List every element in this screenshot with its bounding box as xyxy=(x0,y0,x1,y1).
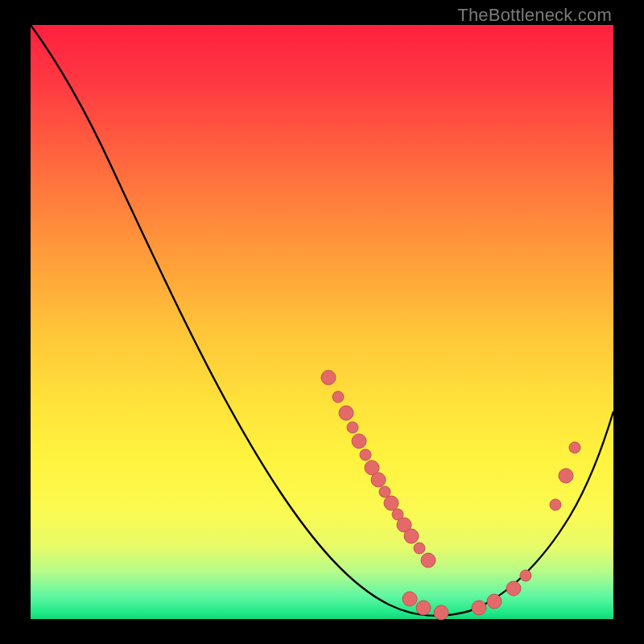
curve-dot xyxy=(404,529,419,543)
curve-dot xyxy=(550,499,561,510)
curve-dot xyxy=(520,570,531,581)
curve-dot xyxy=(472,601,486,615)
curve-dot xyxy=(379,486,390,497)
curve-dot xyxy=(384,496,398,510)
bottleneck-curve xyxy=(31,25,613,616)
curve-dot xyxy=(434,605,448,620)
curve-dot xyxy=(416,601,431,615)
curve-dot xyxy=(569,442,580,453)
curve-dot xyxy=(321,370,336,385)
curve-dot xyxy=(421,553,436,568)
curve-dot xyxy=(332,391,344,402)
curve-dot-group xyxy=(321,370,580,620)
chart-svg xyxy=(31,25,613,619)
curve-dot xyxy=(559,469,573,483)
curve-dot xyxy=(487,594,502,609)
curve-dot xyxy=(506,581,521,596)
curve-dot xyxy=(402,592,417,606)
curve-dot xyxy=(347,422,358,433)
curve-dot xyxy=(339,406,353,420)
watermark-text: TheBottleneck.com xyxy=(457,5,612,26)
curve-dot xyxy=(352,434,366,448)
curve-dot xyxy=(414,543,425,554)
chart-gradient-area xyxy=(31,25,613,619)
curve-dot xyxy=(360,449,371,460)
curve-dot xyxy=(371,473,386,487)
